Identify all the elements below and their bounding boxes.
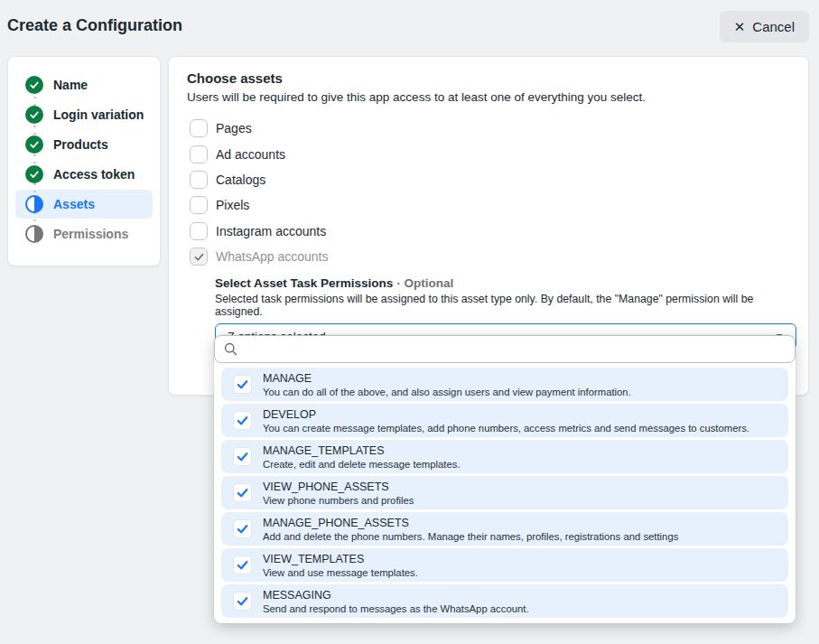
search-input[interactable] — [245, 342, 786, 356]
section-subtitle: Users will be required to give this app … — [187, 90, 790, 104]
asset-label: Ad accounts — [216, 147, 285, 162]
asset-row-instagram-accounts: Instagram accounts — [187, 219, 790, 244]
option-view-templates[interactable]: VIEW_TEMPLATES View and use message temp… — [221, 548, 788, 582]
asset-label: WhatsApp accounts — [216, 249, 329, 264]
option-description: You can create message templates, add ph… — [263, 422, 779, 435]
task-permissions-title: Select Asset Task Permissions — [215, 276, 393, 290]
checked-checkbox[interactable] — [233, 411, 252, 430]
asset-label: Pixels — [216, 198, 249, 212]
cancel-button[interactable]: ✕ Cancel — [720, 11, 809, 42]
instagram-accounts-checkbox[interactable] — [190, 222, 208, 240]
checked-checkbox[interactable] — [233, 483, 252, 502]
option-name: DEVELOP — [263, 407, 779, 422]
asset-row-ad-accounts: Ad accounts — [187, 141, 790, 166]
option-view-phone-assets[interactable]: VIEW_PHONE_ASSETS View phone numbers and… — [221, 476, 788, 509]
check-circle-icon — [25, 135, 43, 154]
catalogs-checkbox[interactable] — [190, 171, 208, 189]
optional-label: Optional — [404, 276, 453, 290]
task-permissions-title-row: Select Asset Task Permissions · Optional — [215, 276, 790, 290]
option-name: MANAGE — [263, 371, 779, 386]
asset-row-pixels: Pixels — [187, 192, 790, 218]
asset-label: Instagram accounts — [216, 224, 326, 238]
option-name: MESSAGING — [263, 588, 779, 602]
half-circle-progress-icon — [25, 195, 43, 213]
cancel-label: Cancel — [752, 19, 795, 34]
header: Create a Configuration ✕ Cancel — [0, 0, 819, 50]
whatsapp-accounts-checkbox[interactable] — [190, 247, 208, 266]
option-manage-phone-assets[interactable]: MANAGE_PHONE_ASSETS Add and delete the p… — [221, 512, 788, 546]
option-description: Add and delete the phone numbers. Manage… — [263, 530, 779, 544]
checked-checkbox[interactable] — [233, 555, 252, 574]
checked-checkbox[interactable] — [233, 519, 252, 538]
checked-checkbox[interactable] — [233, 375, 252, 394]
option-description: You can do all of the above, and also as… — [263, 386, 779, 399]
option-description: Send and respond to messages as the What… — [263, 602, 779, 616]
asset-row-catalogs: Catalogs — [187, 167, 790, 192]
close-icon: ✕ — [734, 20, 746, 33]
option-description: Create, edit and delete message template… — [263, 458, 779, 471]
permission-options-list: MANAGE You can do all of the above, and … — [214, 363, 796, 618]
check-circle-icon — [25, 165, 43, 183]
sidebar-item-label: Name — [53, 78, 88, 92]
option-name: VIEW_PHONE_ASSETS — [263, 480, 779, 494]
pages-checkbox[interactable] — [190, 119, 208, 137]
sidebar-item-label: Login variation — [53, 107, 144, 122]
pixels-checkbox[interactable] — [190, 196, 208, 214]
section-title: Choose assets — [187, 70, 790, 86]
option-manage-templates[interactable]: MANAGE_TEMPLATES Create, edit and delete… — [221, 440, 788, 473]
option-description: View phone numbers and profiles — [263, 494, 779, 508]
check-circle-icon — [25, 76, 43, 94]
sidebar-item-label: Access token — [53, 167, 135, 182]
option-develop[interactable]: DEVELOP You can create message templates… — [221, 404, 788, 437]
sidebar-item-label: Products — [53, 137, 108, 152]
page-title: Create a Configuration — [7, 16, 182, 35]
permissions-dropdown-panel: MANAGE You can do all of the above, and … — [214, 335, 796, 623]
half-circle-pending-icon — [25, 225, 43, 243]
checked-checkbox[interactable] — [233, 447, 252, 466]
steps-sidebar: Name Login variation Products Access tok… — [7, 56, 161, 266]
option-description: View and use message templates. — [263, 566, 779, 580]
sidebar-item-label: Permissions — [53, 227, 128, 241]
ad-accounts-checkbox[interactable] — [190, 145, 208, 163]
dropdown-search[interactable] — [214, 335, 796, 363]
sidebar-item-label: Assets — [53, 197, 95, 211]
option-manage[interactable]: MANAGE You can do all of the above, and … — [221, 368, 788, 401]
checked-checkbox[interactable] — [233, 592, 252, 611]
option-name: MANAGE_TEMPLATES — [263, 443, 779, 458]
task-permissions-description: Selected task permissions will be assign… — [215, 293, 790, 318]
asset-row-whatsapp-accounts: WhatsApp accounts — [187, 244, 790, 269]
option-name: MANAGE_PHONE_ASSETS — [263, 516, 779, 530]
asset-label: Catalogs — [216, 173, 265, 187]
asset-row-pages: Pages — [187, 116, 790, 141]
check-circle-icon — [25, 106, 43, 124]
option-name: VIEW_TEMPLATES — [263, 552, 779, 566]
option-messaging[interactable]: MESSAGING Send and respond to messages a… — [221, 584, 788, 618]
search-icon — [223, 341, 238, 357]
title-separator: · — [396, 276, 401, 290]
asset-label: Pages — [216, 121, 252, 135]
